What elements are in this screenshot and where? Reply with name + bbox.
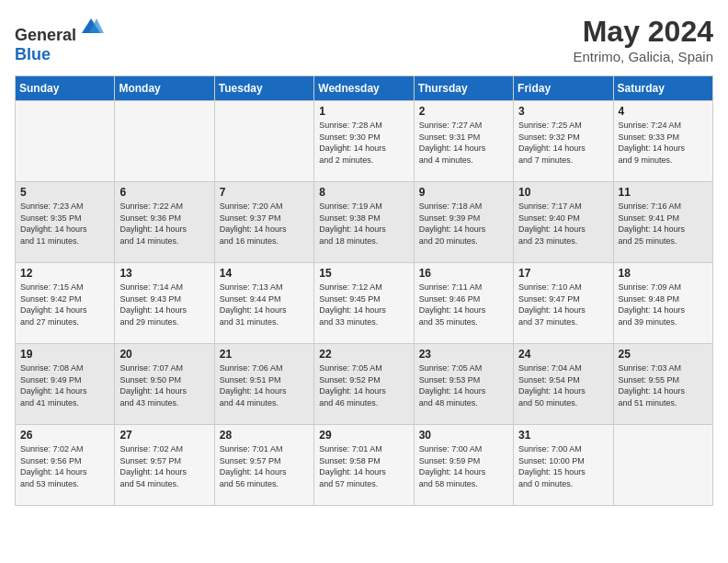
- logo-general-text: General: [15, 26, 76, 44]
- day-info: Sunrise: 7:08 AM Sunset: 9:49 PM Dayligh…: [20, 362, 109, 408]
- calendar-table: SundayMondayTuesdayWednesdayThursdayFrid…: [15, 75, 713, 506]
- day-info: Sunrise: 7:00 AM Sunset: 9:59 PM Dayligh…: [419, 443, 508, 489]
- day-info: Sunrise: 7:05 AM Sunset: 9:52 PM Dayligh…: [319, 362, 408, 408]
- calendar-cell: [16, 101, 115, 182]
- day-number: 23: [419, 348, 508, 361]
- day-number: 27: [119, 429, 209, 442]
- day-info: Sunrise: 7:27 AM Sunset: 9:31 PM Dayligh…: [419, 120, 508, 166]
- day-info: Sunrise: 7:05 AM Sunset: 9:53 PM Dayligh…: [419, 362, 508, 408]
- day-info: Sunrise: 7:18 AM Sunset: 9:39 PM Dayligh…: [419, 201, 508, 247]
- month-title: May 2024: [573, 15, 713, 49]
- calendar-cell: 4Sunrise: 7:24 AM Sunset: 9:33 PM Daylig…: [613, 101, 712, 182]
- calendar-cell: 9Sunrise: 7:18 AM Sunset: 9:39 PM Daylig…: [414, 182, 513, 263]
- calendar-cell: [613, 425, 712, 506]
- day-number: 6: [119, 186, 209, 199]
- day-info: Sunrise: 7:17 AM Sunset: 9:40 PM Dayligh…: [518, 201, 608, 247]
- calendar-header-row: SundayMondayTuesdayWednesdayThursdayFrid…: [16, 76, 713, 101]
- day-info: Sunrise: 7:09 AM Sunset: 9:48 PM Dayligh…: [619, 282, 708, 327]
- page-header: General Blue May 2024 Entrimo, Galicia, …: [15, 15, 713, 64]
- day-info: Sunrise: 7:20 AM Sunset: 9:37 PM Dayligh…: [220, 201, 309, 247]
- day-header-thursday: Thursday: [414, 76, 513, 101]
- calendar-cell: 16Sunrise: 7:11 AM Sunset: 9:46 PM Dayli…: [414, 263, 513, 344]
- logo-icon: [78, 15, 104, 40]
- calendar-week-row: 26Sunrise: 7:02 AM Sunset: 9:56 PM Dayli…: [16, 425, 713, 506]
- calendar-cell: 12Sunrise: 7:15 AM Sunset: 9:42 PM Dayli…: [16, 263, 115, 344]
- day-number: 21: [220, 348, 309, 361]
- day-header-tuesday: Tuesday: [214, 76, 313, 101]
- day-number: 8: [319, 186, 408, 199]
- calendar-cell: 2Sunrise: 7:27 AM Sunset: 9:31 PM Daylig…: [414, 101, 513, 182]
- day-number: 13: [119, 267, 209, 280]
- calendar-cell: 7Sunrise: 7:20 AM Sunset: 9:37 PM Daylig…: [214, 182, 313, 263]
- calendar-cell: 20Sunrise: 7:07 AM Sunset: 9:50 PM Dayli…: [115, 344, 214, 425]
- calendar-body: 1Sunrise: 7:28 AM Sunset: 9:30 PM Daylig…: [16, 101, 713, 506]
- day-info: Sunrise: 7:03 AM Sunset: 9:55 PM Dayligh…: [619, 362, 708, 408]
- calendar-cell: 14Sunrise: 7:13 AM Sunset: 9:44 PM Dayli…: [214, 263, 313, 344]
- day-info: Sunrise: 7:16 AM Sunset: 9:41 PM Dayligh…: [619, 201, 708, 247]
- calendar-week-row: 1Sunrise: 7:28 AM Sunset: 9:30 PM Daylig…: [16, 101, 713, 182]
- calendar-cell: 6Sunrise: 7:22 AM Sunset: 9:36 PM Daylig…: [115, 182, 214, 263]
- day-info: Sunrise: 7:04 AM Sunset: 9:54 PM Dayligh…: [518, 362, 608, 408]
- calendar-cell: 17Sunrise: 7:10 AM Sunset: 9:47 PM Dayli…: [514, 263, 613, 344]
- calendar-cell: 10Sunrise: 7:17 AM Sunset: 9:40 PM Dayli…: [514, 182, 613, 263]
- day-info: Sunrise: 7:01 AM Sunset: 9:57 PM Dayligh…: [220, 443, 309, 489]
- day-number: 28: [220, 429, 309, 442]
- day-info: Sunrise: 7:02 AM Sunset: 9:57 PM Dayligh…: [119, 443, 209, 489]
- day-number: 17: [518, 267, 608, 280]
- day-info: Sunrise: 7:23 AM Sunset: 9:35 PM Dayligh…: [20, 201, 109, 247]
- calendar-cell: 21Sunrise: 7:06 AM Sunset: 9:51 PM Dayli…: [214, 344, 313, 425]
- day-number: 10: [518, 186, 608, 199]
- calendar-cell: [115, 101, 214, 182]
- calendar-cell: 25Sunrise: 7:03 AM Sunset: 9:55 PM Dayli…: [613, 344, 712, 425]
- calendar-cell: 22Sunrise: 7:05 AM Sunset: 9:52 PM Dayli…: [314, 344, 414, 425]
- day-number: 20: [119, 348, 209, 361]
- day-header-friday: Friday: [514, 76, 613, 101]
- day-number: 2: [419, 105, 508, 118]
- day-info: Sunrise: 7:24 AM Sunset: 9:33 PM Dayligh…: [619, 120, 708, 166]
- calendar-cell: 30Sunrise: 7:00 AM Sunset: 9:59 PM Dayli…: [414, 425, 513, 506]
- day-number: 31: [518, 429, 608, 442]
- calendar-cell: 19Sunrise: 7:08 AM Sunset: 9:49 PM Dayli…: [16, 344, 115, 425]
- day-number: 3: [518, 105, 608, 118]
- day-info: Sunrise: 7:11 AM Sunset: 9:46 PM Dayligh…: [419, 282, 508, 327]
- calendar-cell: 26Sunrise: 7:02 AM Sunset: 9:56 PM Dayli…: [16, 425, 115, 506]
- day-info: Sunrise: 7:13 AM Sunset: 9:44 PM Dayligh…: [220, 282, 309, 327]
- day-number: 14: [220, 267, 309, 280]
- calendar-cell: 31Sunrise: 7:00 AM Sunset: 10:00 PM Dayl…: [514, 425, 613, 506]
- calendar-cell: 24Sunrise: 7:04 AM Sunset: 9:54 PM Dayli…: [514, 344, 613, 425]
- day-info: Sunrise: 7:22 AM Sunset: 9:36 PM Dayligh…: [119, 201, 209, 247]
- calendar-cell: 13Sunrise: 7:14 AM Sunset: 9:43 PM Dayli…: [115, 263, 214, 344]
- day-number: 24: [518, 348, 608, 361]
- title-block: May 2024 Entrimo, Galicia, Spain: [573, 15, 713, 64]
- day-info: Sunrise: 7:00 AM Sunset: 10:00 PM Daylig…: [518, 443, 608, 489]
- location-title: Entrimo, Galicia, Spain: [573, 49, 713, 64]
- calendar-cell: 11Sunrise: 7:16 AM Sunset: 9:41 PM Dayli…: [613, 182, 712, 263]
- calendar-cell: 27Sunrise: 7:02 AM Sunset: 9:57 PM Dayli…: [115, 425, 214, 506]
- day-info: Sunrise: 7:14 AM Sunset: 9:43 PM Dayligh…: [119, 282, 209, 327]
- calendar-cell: 29Sunrise: 7:01 AM Sunset: 9:58 PM Dayli…: [314, 425, 414, 506]
- day-info: Sunrise: 7:19 AM Sunset: 9:38 PM Dayligh…: [319, 201, 408, 247]
- calendar-cell: 15Sunrise: 7:12 AM Sunset: 9:45 PM Dayli…: [314, 263, 414, 344]
- day-number: 29: [319, 429, 408, 442]
- logo-blue-text: Blue: [15, 45, 51, 63]
- day-info: Sunrise: 7:12 AM Sunset: 9:45 PM Dayligh…: [319, 282, 408, 327]
- day-info: Sunrise: 7:10 AM Sunset: 9:47 PM Dayligh…: [518, 282, 608, 327]
- day-info: Sunrise: 7:28 AM Sunset: 9:30 PM Dayligh…: [319, 120, 408, 166]
- day-number: 18: [619, 267, 708, 280]
- day-number: 25: [619, 348, 708, 361]
- day-number: 22: [319, 348, 408, 361]
- day-info: Sunrise: 7:02 AM Sunset: 9:56 PM Dayligh…: [20, 443, 109, 489]
- day-number: 30: [419, 429, 508, 442]
- day-info: Sunrise: 7:01 AM Sunset: 9:58 PM Dayligh…: [319, 443, 408, 489]
- day-header-saturday: Saturday: [613, 76, 712, 101]
- calendar-cell: 3Sunrise: 7:25 AM Sunset: 9:32 PM Daylig…: [514, 101, 613, 182]
- day-number: 5: [20, 186, 109, 199]
- calendar-cell: 8Sunrise: 7:19 AM Sunset: 9:38 PM Daylig…: [314, 182, 414, 263]
- day-info: Sunrise: 7:25 AM Sunset: 9:32 PM Dayligh…: [518, 120, 608, 166]
- day-number: 4: [619, 105, 708, 118]
- day-number: 7: [220, 186, 309, 199]
- day-number: 12: [20, 267, 109, 280]
- day-header-wednesday: Wednesday: [314, 76, 414, 101]
- calendar-cell: 1Sunrise: 7:28 AM Sunset: 9:30 PM Daylig…: [314, 101, 414, 182]
- day-number: 26: [20, 429, 109, 442]
